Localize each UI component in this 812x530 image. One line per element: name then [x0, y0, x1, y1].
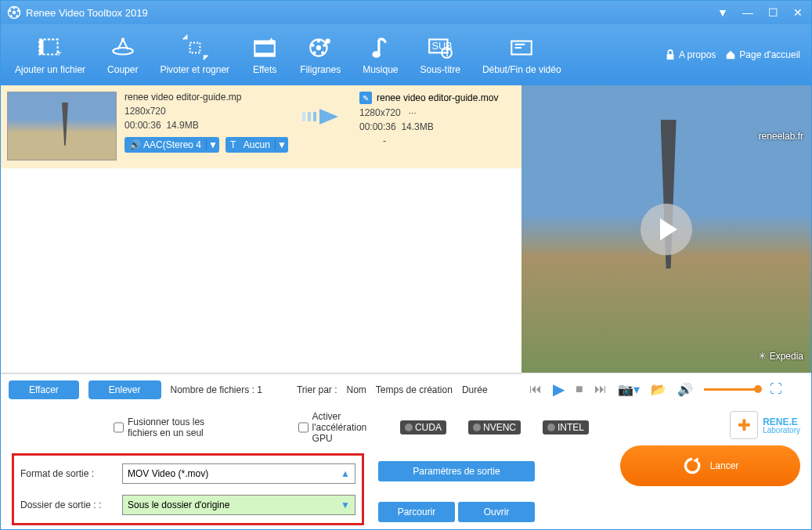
clear-button[interactable]: Effacer [9, 380, 79, 399]
svg-rect-8 [39, 39, 43, 54]
source-resolution: 1280x720 [125, 106, 289, 117]
remove-button[interactable]: Enlever [88, 380, 161, 399]
svg-point-19 [323, 44, 326, 47]
format-dropdown[interactable]: MOV Video (*.mov)▲ [122, 463, 355, 484]
maximize-button[interactable]: ☐ [766, 6, 780, 19]
svg-rect-33 [302, 112, 305, 121]
cut-button[interactable]: Couper [96, 24, 149, 85]
music-button[interactable]: Musique [352, 24, 409, 85]
play-button[interactable] [641, 204, 692, 255]
output-duration: 00:00:36 [359, 121, 396, 132]
titlebar: Renee Video Toolbox 2019 ▼ — ☐ ✕ [1, 1, 811, 24]
svg-point-2 [13, 7, 16, 9]
svg-point-5 [10, 15, 13, 17]
snapshot-button[interactable]: 📷▾ [618, 382, 640, 397]
source-duration-size: 00:00:36 14.9MB [125, 120, 289, 131]
subtitle-track-dropdown[interactable]: T Aucun▼ [226, 137, 288, 153]
preview-watermark: reneelab.fr [759, 131, 803, 142]
next-frame-button[interactable]: ⏭ [594, 382, 607, 396]
sort-by-time[interactable]: Temps de création [376, 384, 453, 395]
nvenc-badge: NVENC [468, 420, 521, 434]
file-count: Nombre de fichiers : 1 [171, 384, 262, 395]
subtitle-icon: SUBT [427, 34, 453, 61]
app-logo-icon [7, 5, 21, 20]
svg-point-6 [9, 9, 11, 12]
svg-rect-34 [308, 112, 311, 121]
about-link[interactable]: A propos [665, 49, 716, 60]
cuda-badge: CUDA [400, 420, 446, 434]
stop-button[interactable]: ■ [576, 382, 583, 396]
rotate-crop-button[interactable]: Pivoter et rogner [149, 24, 240, 85]
player-controls: ⏮ ▶ ■ ⏭ 📷▾ 📂 🔊 ⛶ [521, 373, 811, 405]
svg-rect-35 [313, 112, 316, 121]
effects-button[interactable]: Effets [240, 24, 289, 85]
svg-text:T: T [445, 47, 451, 59]
brand-logo: ✚ RENE.ELaboratory [730, 411, 800, 439]
brand-icon: ✚ [730, 411, 758, 439]
volume-slider[interactable] [704, 388, 759, 391]
output-resolution: 1280x720 [359, 107, 401, 118]
close-button[interactable]: ✕ [791, 6, 805, 19]
file-row[interactable]: renee video editor-guide.mp 1280x720 00:… [1, 85, 521, 168]
output-extra: - [359, 135, 498, 146]
sort-label: Trier par : [297, 384, 337, 395]
svg-point-20 [321, 51, 324, 54]
watermark-button[interactable]: Filigranes [289, 24, 352, 85]
play-control-button[interactable]: ▶ [553, 380, 565, 398]
merge-checkbox[interactable]: Fusionner tous les fichiers en un seul [114, 416, 224, 438]
svg-rect-15 [254, 52, 275, 56]
effects-icon [251, 34, 278, 61]
file-thumbnail [7, 92, 117, 160]
fullscreen-button[interactable]: ⛶ [770, 382, 782, 396]
svg-text:+: + [56, 47, 61, 59]
svg-rect-12 [189, 43, 200, 53]
file-list: renee video editor-guide.mp 1280x720 00:… [1, 85, 521, 373]
audio-track-dropdown[interactable]: 🔊 AAC(Stereo 4▼ [125, 137, 219, 153]
preview-watermark-2: ✳ Expedia [758, 350, 803, 362]
home-link[interactable]: Page d'accueil [725, 49, 800, 60]
folder-dropdown[interactable]: Sous le dossier d'origine▼ [122, 495, 355, 515]
output-size: 14.3MB [401, 121, 433, 132]
intel-badge: INTEL [543, 420, 589, 434]
window-title: Renee Video Toolbox 2019 [26, 7, 716, 19]
svg-point-3 [17, 9, 20, 12]
svg-point-18 [317, 39, 320, 42]
subtitle-button[interactable]: SUBT Sous-titre [410, 24, 471, 85]
watermark-icon [307, 34, 334, 61]
source-filename: renee video editor-guide.mp [125, 92, 289, 103]
output-params-button[interactable]: Paramètres de sortie [378, 461, 535, 481]
output-form: Format de sortie : MOV Video (*.mov)▲ Do… [12, 453, 364, 525]
rotate-icon [182, 34, 208, 61]
add-file-button[interactable]: + Ajouter un fichier [4, 24, 96, 85]
svg-point-11 [121, 38, 125, 41]
prev-frame-button[interactable]: ⏮ [529, 382, 542, 396]
list-actions-bar: Effacer Enlever Nombre de fichiers : 1 T… [1, 373, 521, 405]
launch-button[interactable]: Lancer [620, 445, 800, 486]
browse-button[interactable]: Parcourir [378, 502, 455, 522]
folder-label: Dossier de sortie : : [20, 499, 122, 510]
sort-by-duration[interactable]: Durée [462, 384, 488, 395]
volume-icon[interactable]: 🔊 [677, 382, 693, 397]
gpu-checkbox[interactable]: Activer l'accélération GPU [298, 411, 378, 444]
video-preview: reneelab.fr ✳ Expedia [521, 85, 811, 373]
main-toolbar: + Ajouter un fichier Couper Pivoter et r… [1, 24, 811, 85]
sort-by-name[interactable]: Nom [346, 384, 366, 395]
cut-icon [110, 34, 136, 61]
svg-point-22 [311, 44, 314, 47]
minimize-button[interactable]: — [741, 6, 755, 19]
svg-point-10 [113, 48, 133, 55]
output-filename: renee video editor-guide.mov [377, 92, 498, 103]
svg-point-23 [326, 38, 330, 43]
open-button[interactable]: Ouvrir [458, 502, 535, 522]
svg-point-4 [16, 15, 18, 17]
svg-rect-32 [667, 54, 674, 59]
dropdown-icon[interactable]: ▼ [716, 6, 730, 19]
svg-point-24 [372, 51, 381, 58]
music-icon [367, 34, 394, 61]
add-file-icon: + [37, 34, 63, 61]
edit-output-icon[interactable]: ✎ [359, 92, 372, 104]
intro-outro-button[interactable]: Début/Fin de vidéo [471, 24, 572, 85]
open-folder-button[interactable]: 📂 [651, 382, 666, 397]
refresh-icon [682, 456, 702, 476]
format-label: Format de sortie : [20, 468, 122, 479]
